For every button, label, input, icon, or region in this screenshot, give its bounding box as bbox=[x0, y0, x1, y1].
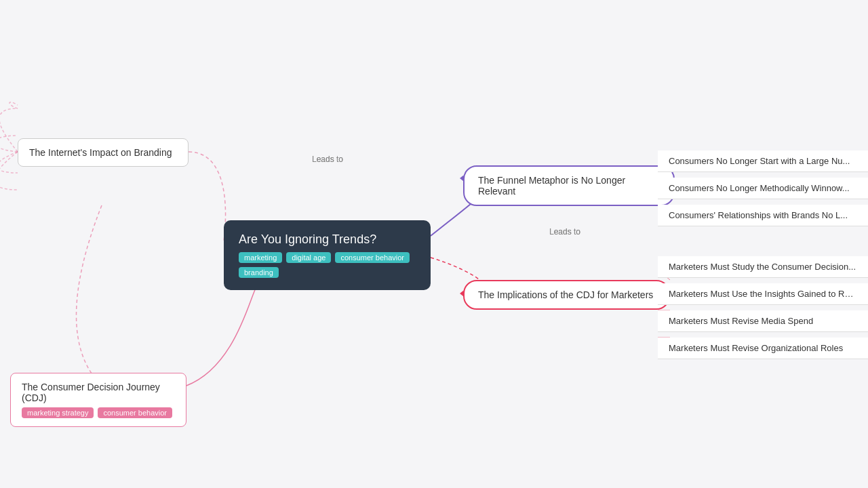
tag-consumer-behavior-cdj[interactable]: consumer behavior bbox=[98, 407, 172, 418]
tag-marketing[interactable]: marketing bbox=[239, 252, 282, 263]
cdj-node-tags: marketing strategy consumer behavior bbox=[22, 407, 175, 418]
funnel-branch-1[interactable]: Consumers No Longer Start with a Large N… bbox=[658, 150, 868, 172]
tag-digital-age[interactable]: digital age bbox=[286, 252, 331, 263]
funnel-node-label: The Funnel Metaphor is No Longer Relevan… bbox=[478, 175, 625, 197]
impl-branch-4[interactable]: Marketers Must Revise Organizational Rol… bbox=[658, 338, 868, 359]
internet-node-label: The Internet's Impact on Branding bbox=[29, 147, 172, 158]
center-node-title: Are You Ignoring Trends? bbox=[239, 232, 416, 247]
cdj-node[interactable]: The Consumer Decision Journey (CDJ) mark… bbox=[10, 373, 186, 427]
internet-node[interactable]: The Internet's Impact on Branding bbox=[18, 138, 189, 167]
impl-branch-3[interactable]: Marketers Must Revise Media Spend bbox=[658, 310, 868, 332]
cdj-node-title: The Consumer Decision Journey (CDJ) bbox=[22, 382, 175, 403]
tag-marketing-strategy[interactable]: marketing strategy bbox=[22, 407, 94, 418]
implications-node[interactable]: The Implications of the CDJ for Marketer… bbox=[463, 280, 670, 310]
funnel-branch-3[interactable]: Consumers' Relationships with Brands No … bbox=[658, 205, 868, 226]
tag-branding[interactable]: branding bbox=[239, 267, 279, 278]
center-node[interactable]: Are You Ignoring Trends? marketing digit… bbox=[224, 220, 431, 290]
funnel-node[interactable]: The Funnel Metaphor is No Longer Relevan… bbox=[463, 165, 675, 206]
tag-consumer-behavior[interactable]: consumer behavior bbox=[335, 252, 410, 263]
implications-node-label: The Implications of the CDJ for Marketer… bbox=[478, 289, 653, 300]
leads-to-label-1-text: Leads to bbox=[312, 155, 343, 164]
impl-branch-1[interactable]: Marketers Must Study the Consumer Decisi… bbox=[658, 256, 868, 278]
funnel-branch-2[interactable]: Consumers No Longer Methodically Winnow.… bbox=[658, 178, 868, 199]
impl-branch-2[interactable]: Marketers Must Use the Insights Gained t… bbox=[658, 283, 868, 305]
center-node-tags: marketing digital age consumer behavior … bbox=[239, 252, 416, 278]
leads-to-label-2-text: Leads to bbox=[549, 227, 580, 237]
